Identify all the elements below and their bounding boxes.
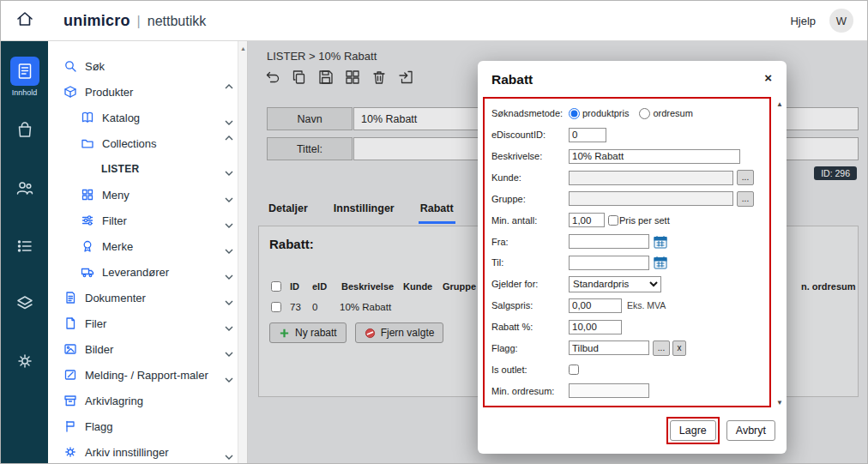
chevron-down-icon	[225, 218, 233, 223]
sidebar-item-dokumenter[interactable]: Dokumenter	[48, 285, 247, 310]
document-icon	[63, 291, 77, 304]
modal-scroll-down-arrow[interactable]: ▼	[776, 399, 783, 407]
trash-icon[interactable]	[371, 69, 389, 87]
export-icon[interactable]	[398, 69, 415, 87]
min-antall-input[interactable]	[569, 213, 605, 227]
sidebar-item-collections[interactable]: Collections	[48, 130, 247, 156]
chevron-down-icon	[225, 166, 233, 172]
kunde-input[interactable]	[569, 171, 733, 185]
chevron-down-icon	[225, 269, 233, 274]
gruppe-input[interactable]	[569, 191, 733, 206]
brand-product: nettbutikk	[148, 14, 206, 29]
sidebar-item-merke[interactable]: Merke	[48, 233, 247, 259]
chevron-down-icon	[225, 321, 233, 326]
sidebar-scrollbar[interactable]: ▲	[238, 41, 247, 463]
navn-label: Navn	[267, 107, 353, 130]
archive-icon	[63, 394, 77, 407]
cancel-button[interactable]: Avbryt	[726, 420, 775, 441]
sidebar-item-meldingsmaler[interactable]: Melding- / Rapport-maler	[48, 362, 247, 388]
tab-rabatt[interactable]: Rabatt	[419, 198, 455, 224]
flagg-browse-button[interactable]: ...	[653, 340, 670, 356]
rail-item-settings[interactable]	[1, 352, 48, 374]
flagg-input[interactable]	[569, 340, 649, 355]
salgspris-note: Eks. MVA	[627, 300, 666, 310]
fra-input[interactable]	[569, 234, 649, 249]
field-rabatt-prosent: Rabatt %:	[491, 316, 766, 338]
copy-icon[interactable]	[292, 69, 309, 87]
home-button[interactable]	[1, 1, 48, 40]
sidebar-item-katalog[interactable]: Katalog	[48, 105, 247, 130]
remove-selected-button[interactable]: Fjern valgte	[355, 322, 444, 343]
calendar-icon[interactable]	[654, 256, 668, 269]
calendar-icon[interactable]	[654, 235, 668, 249]
scroll-up-arrow[interactable]: ▲	[239, 45, 247, 51]
field-kunde: Kunde: ...	[491, 167, 766, 189]
new-rabatt-button[interactable]: Ny rabatt	[269, 322, 347, 343]
salgspris-input[interactable]	[569, 298, 622, 313]
sidebar-item-filter[interactable]: Filter	[48, 208, 247, 233]
app-window: unimicro | nettbutikk Hjelp W Innhold	[0, 0, 868, 464]
close-icon[interactable]: ×	[761, 69, 775, 87]
sidebar-item-arkivlagring[interactable]: Arkivlagring	[48, 388, 247, 413]
til-input[interactable]	[569, 256, 649, 270]
select-all-checkbox[interactable]	[271, 281, 281, 292]
field-fra: Fra:	[491, 231, 766, 252]
dialog-footer: Lagre Avbryt	[666, 417, 775, 444]
sidebar-item-lister[interactable]: LISTER	[48, 156, 247, 182]
rail-item-shop[interactable]	[1, 120, 48, 142]
no-entry-icon	[365, 328, 376, 339]
menu-icon	[81, 188, 94, 202]
undo-icon[interactable]	[265, 69, 282, 87]
sidebar-nav: Søk Produkter Katalog Collections LISTER…	[48, 41, 248, 463]
sidebar-item-sok[interactable]: Søk	[48, 53, 247, 79]
rail-item-customers[interactable]	[1, 178, 48, 201]
products-icon	[63, 85, 77, 99]
sidebar-item-flagg[interactable]: Flagg	[48, 413, 247, 439]
sidebar-item-filer[interactable]: Filer	[48, 310, 247, 336]
gjelder-for-select[interactable]: Standardpris	[569, 276, 661, 292]
save-button[interactable]: Lagre	[670, 420, 716, 441]
rail-item-layers[interactable]	[1, 294, 48, 316]
kunde-browse-button[interactable]: ...	[737, 170, 754, 185]
row-checkbox[interactable]	[271, 302, 281, 312]
gear-icon	[63, 445, 77, 459]
min-ordresum-input[interactable]	[569, 383, 649, 398]
modal-scroll-up-arrow[interactable]: ▲	[776, 100, 783, 108]
beskrivelse-input[interactable]	[569, 149, 740, 164]
tab-innstillinger[interactable]: Innstillinger	[332, 198, 396, 224]
sidebar-item-leverandorer[interactable]: Leverandører	[48, 259, 247, 285]
flagg-clear-button[interactable]: x	[672, 340, 686, 356]
sidebar-item-produkter[interactable]: Produkter	[48, 79, 247, 105]
sidebar-item-arkiv-innstillinger[interactable]: Arkiv innstillinger	[48, 439, 247, 464]
save-icon[interactable]	[318, 69, 335, 87]
ediscountid-input[interactable]	[569, 128, 606, 142]
brand-logo: unimicro | nettbutikk	[63, 12, 206, 30]
breadcrumb: LISTER > 10% Rabatt	[267, 50, 377, 63]
field-is-outlet: Is outlet:	[491, 359, 766, 380]
toolbar	[265, 69, 415, 87]
tab-bar: Detaljer Innstillinger Rabatt Leve	[267, 198, 505, 224]
top-bar: unimicro | nettbutikk Hjelp W	[1, 1, 867, 41]
grid-icon[interactable]	[345, 69, 362, 87]
annotation-highlight-save: Lagre	[666, 417, 720, 444]
field-min-ordresum: Min. ordresum:	[491, 380, 766, 401]
field-soknadsmetode: Søknadsmetode: produktpris ordresum	[491, 103, 766, 124]
help-link[interactable]: Hjelp	[790, 15, 816, 27]
sidebar-item-meny[interactable]: Meny	[48, 182, 247, 208]
chevron-down-icon	[225, 449, 233, 455]
catalog-icon	[81, 111, 94, 124]
chevron-down-icon	[225, 115, 233, 120]
rail-item-orders[interactable]	[1, 237, 48, 259]
rabatt-prosent-input[interactable]	[569, 320, 622, 334]
is-outlet-checkbox[interactable]	[569, 365, 579, 375]
sidebar-item-bilder[interactable]: Bilder	[48, 336, 247, 362]
rail-item-innhold[interactable]: Innhold	[1, 57, 48, 97]
pris-per-sett-checkbox[interactable]	[608, 215, 618, 226]
ordresum-radio[interactable]	[639, 108, 650, 119]
produktpris-radio[interactable]	[569, 108, 580, 119]
flag-icon	[63, 419, 77, 433]
tab-detaljer[interactable]: Detaljer	[267, 198, 310, 224]
user-avatar[interactable]: W	[829, 9, 853, 33]
gruppe-browse-button[interactable]: ...	[737, 191, 754, 207]
chevron-down-icon	[225, 372, 233, 377]
